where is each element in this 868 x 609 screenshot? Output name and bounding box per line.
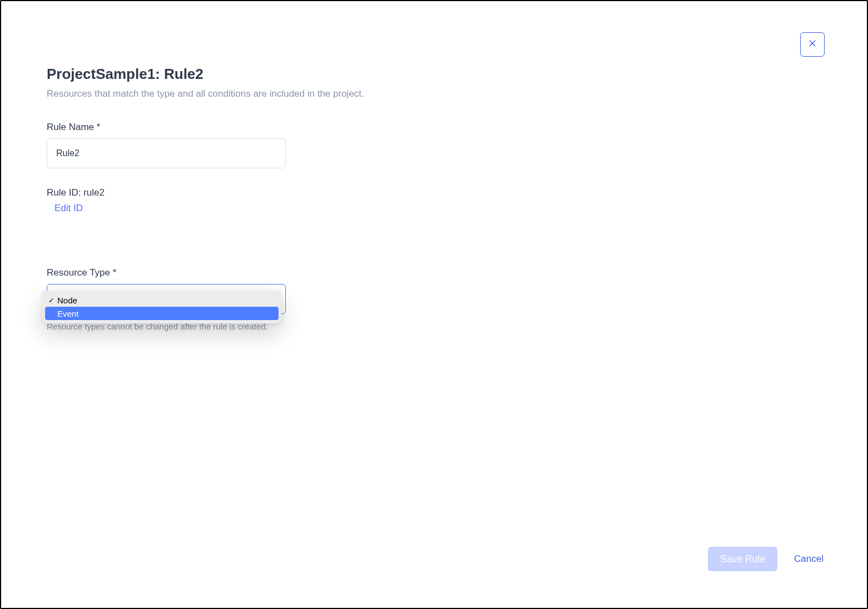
check-icon: ✓ bbox=[48, 296, 57, 304]
dropdown-option-label: Node bbox=[57, 296, 77, 305]
page-subtitle: Resources that match the type and all co… bbox=[47, 88, 404, 99]
rule-id-value: rule2 bbox=[83, 187, 105, 198]
rule-id-label: Rule ID: bbox=[47, 187, 81, 198]
check-icon: ✓ bbox=[48, 310, 57, 318]
resource-type-dropdown: ✓ Node ✓ Event bbox=[42, 291, 281, 323]
dropdown-option-label: Event bbox=[57, 309, 78, 318]
rule-id-line: Rule ID: rule2 bbox=[47, 187, 404, 198]
cancel-link[interactable]: Cancel bbox=[794, 553, 824, 565]
rule-name-label: Rule Name * bbox=[47, 122, 286, 133]
dropdown-option-event[interactable]: ✓ Event bbox=[45, 307, 279, 320]
save-rule-button[interactable]: Save Rule bbox=[708, 547, 777, 571]
rule-name-input[interactable] bbox=[47, 138, 286, 168]
close-button[interactable] bbox=[800, 32, 825, 57]
close-icon bbox=[808, 39, 817, 50]
dropdown-option-node[interactable]: ✓ Node bbox=[45, 293, 279, 307]
edit-id-link[interactable]: Edit ID bbox=[54, 203, 83, 214]
resource-type-label: Resource Type * bbox=[47, 267, 286, 278]
page-title: ProjectSample1: Rule2 bbox=[47, 66, 404, 83]
